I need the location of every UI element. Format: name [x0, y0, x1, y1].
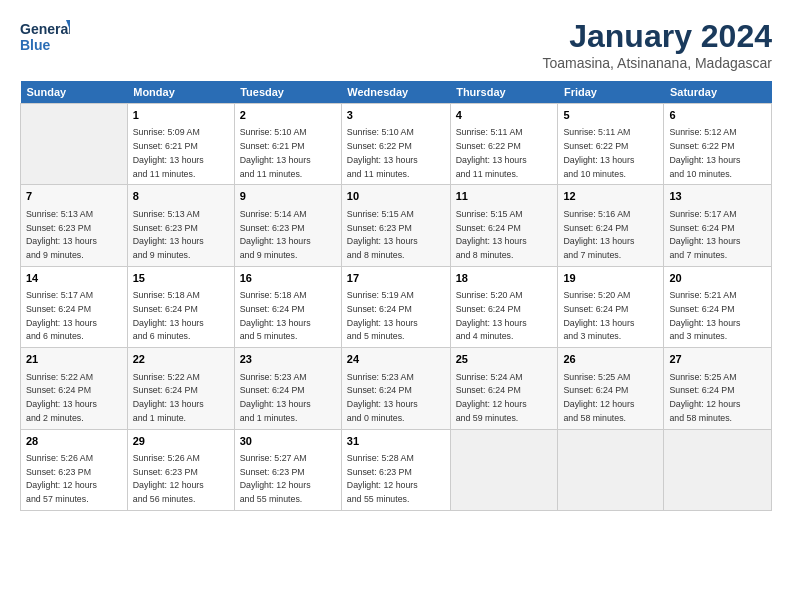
day-cell: 22Sunrise: 5:22 AMSunset: 6:24 PMDayligh…	[127, 348, 234, 429]
day-cell	[664, 429, 772, 510]
col-header-friday: Friday	[558, 81, 664, 104]
day-number: 20	[669, 271, 766, 286]
day-info: Sunrise: 5:17 AMSunset: 6:24 PMDaylight:…	[26, 290, 97, 341]
day-info: Sunrise: 5:10 AMSunset: 6:22 PMDaylight:…	[347, 127, 418, 178]
col-header-wednesday: Wednesday	[341, 81, 450, 104]
day-info: Sunrise: 5:15 AMSunset: 6:23 PMDaylight:…	[347, 209, 418, 260]
day-number: 25	[456, 352, 553, 367]
day-cell: 17Sunrise: 5:19 AMSunset: 6:24 PMDayligh…	[341, 266, 450, 347]
col-header-monday: Monday	[127, 81, 234, 104]
day-info: Sunrise: 5:22 AMSunset: 6:24 PMDaylight:…	[133, 372, 204, 423]
day-cell	[21, 104, 128, 185]
day-cell: 7Sunrise: 5:13 AMSunset: 6:23 PMDaylight…	[21, 185, 128, 266]
day-info: Sunrise: 5:19 AMSunset: 6:24 PMDaylight:…	[347, 290, 418, 341]
day-cell: 19Sunrise: 5:20 AMSunset: 6:24 PMDayligh…	[558, 266, 664, 347]
logo: General Blue	[20, 18, 70, 54]
day-info: Sunrise: 5:10 AMSunset: 6:21 PMDaylight:…	[240, 127, 311, 178]
day-number: 30	[240, 434, 336, 449]
day-number: 14	[26, 271, 122, 286]
col-header-tuesday: Tuesday	[234, 81, 341, 104]
day-cell: 30Sunrise: 5:27 AMSunset: 6:23 PMDayligh…	[234, 429, 341, 510]
day-info: Sunrise: 5:23 AMSunset: 6:24 PMDaylight:…	[240, 372, 311, 423]
day-number: 28	[26, 434, 122, 449]
day-number: 11	[456, 189, 553, 204]
svg-text:Blue: Blue	[20, 37, 51, 53]
logo-svg: General Blue	[20, 18, 70, 54]
calendar-table: SundayMondayTuesdayWednesdayThursdayFrid…	[20, 81, 772, 511]
page-container: General Blue January 2024 Toamasina, Ats…	[0, 0, 792, 521]
day-cell: 4Sunrise: 5:11 AMSunset: 6:22 PMDaylight…	[450, 104, 558, 185]
day-cell: 6Sunrise: 5:12 AMSunset: 6:22 PMDaylight…	[664, 104, 772, 185]
day-number: 7	[26, 189, 122, 204]
day-cell: 15Sunrise: 5:18 AMSunset: 6:24 PMDayligh…	[127, 266, 234, 347]
header-row: General Blue January 2024 Toamasina, Ats…	[20, 18, 772, 71]
day-number: 9	[240, 189, 336, 204]
week-row-3: 14Sunrise: 5:17 AMSunset: 6:24 PMDayligh…	[21, 266, 772, 347]
day-info: Sunrise: 5:18 AMSunset: 6:24 PMDaylight:…	[133, 290, 204, 341]
day-cell: 21Sunrise: 5:22 AMSunset: 6:24 PMDayligh…	[21, 348, 128, 429]
day-number: 18	[456, 271, 553, 286]
day-info: Sunrise: 5:14 AMSunset: 6:23 PMDaylight:…	[240, 209, 311, 260]
day-cell: 25Sunrise: 5:24 AMSunset: 6:24 PMDayligh…	[450, 348, 558, 429]
day-info: Sunrise: 5:26 AMSunset: 6:23 PMDaylight:…	[26, 453, 97, 504]
day-number: 8	[133, 189, 229, 204]
day-cell: 31Sunrise: 5:28 AMSunset: 6:23 PMDayligh…	[341, 429, 450, 510]
day-cell: 3Sunrise: 5:10 AMSunset: 6:22 PMDaylight…	[341, 104, 450, 185]
day-cell: 16Sunrise: 5:18 AMSunset: 6:24 PMDayligh…	[234, 266, 341, 347]
day-number: 23	[240, 352, 336, 367]
day-number: 12	[563, 189, 658, 204]
day-number: 27	[669, 352, 766, 367]
day-info: Sunrise: 5:20 AMSunset: 6:24 PMDaylight:…	[563, 290, 634, 341]
day-info: Sunrise: 5:28 AMSunset: 6:23 PMDaylight:…	[347, 453, 418, 504]
day-number: 16	[240, 271, 336, 286]
day-cell: 10Sunrise: 5:15 AMSunset: 6:23 PMDayligh…	[341, 185, 450, 266]
day-cell: 5Sunrise: 5:11 AMSunset: 6:22 PMDaylight…	[558, 104, 664, 185]
day-number: 17	[347, 271, 445, 286]
day-cell: 26Sunrise: 5:25 AMSunset: 6:24 PMDayligh…	[558, 348, 664, 429]
day-cell: 1Sunrise: 5:09 AMSunset: 6:21 PMDaylight…	[127, 104, 234, 185]
day-cell: 8Sunrise: 5:13 AMSunset: 6:23 PMDaylight…	[127, 185, 234, 266]
day-cell: 24Sunrise: 5:23 AMSunset: 6:24 PMDayligh…	[341, 348, 450, 429]
week-row-2: 7Sunrise: 5:13 AMSunset: 6:23 PMDaylight…	[21, 185, 772, 266]
day-cell: 29Sunrise: 5:26 AMSunset: 6:23 PMDayligh…	[127, 429, 234, 510]
day-info: Sunrise: 5:12 AMSunset: 6:22 PMDaylight:…	[669, 127, 740, 178]
day-info: Sunrise: 5:24 AMSunset: 6:24 PMDaylight:…	[456, 372, 527, 423]
day-number: 24	[347, 352, 445, 367]
day-number: 3	[347, 108, 445, 123]
day-cell	[450, 429, 558, 510]
day-info: Sunrise: 5:26 AMSunset: 6:23 PMDaylight:…	[133, 453, 204, 504]
day-info: Sunrise: 5:11 AMSunset: 6:22 PMDaylight:…	[456, 127, 527, 178]
week-row-5: 28Sunrise: 5:26 AMSunset: 6:23 PMDayligh…	[21, 429, 772, 510]
week-row-4: 21Sunrise: 5:22 AMSunset: 6:24 PMDayligh…	[21, 348, 772, 429]
day-info: Sunrise: 5:13 AMSunset: 6:23 PMDaylight:…	[133, 209, 204, 260]
day-info: Sunrise: 5:13 AMSunset: 6:23 PMDaylight:…	[26, 209, 97, 260]
subtitle: Toamasina, Atsinanana, Madagascar	[542, 55, 772, 71]
day-info: Sunrise: 5:09 AMSunset: 6:21 PMDaylight:…	[133, 127, 204, 178]
col-header-sunday: Sunday	[21, 81, 128, 104]
day-number: 26	[563, 352, 658, 367]
day-cell: 18Sunrise: 5:20 AMSunset: 6:24 PMDayligh…	[450, 266, 558, 347]
day-number: 19	[563, 271, 658, 286]
day-cell: 11Sunrise: 5:15 AMSunset: 6:24 PMDayligh…	[450, 185, 558, 266]
day-cell: 12Sunrise: 5:16 AMSunset: 6:24 PMDayligh…	[558, 185, 664, 266]
day-info: Sunrise: 5:17 AMSunset: 6:24 PMDaylight:…	[669, 209, 740, 260]
day-cell: 23Sunrise: 5:23 AMSunset: 6:24 PMDayligh…	[234, 348, 341, 429]
col-header-saturday: Saturday	[664, 81, 772, 104]
day-info: Sunrise: 5:20 AMSunset: 6:24 PMDaylight:…	[456, 290, 527, 341]
day-number: 29	[133, 434, 229, 449]
col-header-thursday: Thursday	[450, 81, 558, 104]
day-number: 6	[669, 108, 766, 123]
day-number: 4	[456, 108, 553, 123]
day-number: 13	[669, 189, 766, 204]
day-number: 21	[26, 352, 122, 367]
day-cell: 28Sunrise: 5:26 AMSunset: 6:23 PMDayligh…	[21, 429, 128, 510]
day-cell: 27Sunrise: 5:25 AMSunset: 6:24 PMDayligh…	[664, 348, 772, 429]
day-cell: 9Sunrise: 5:14 AMSunset: 6:23 PMDaylight…	[234, 185, 341, 266]
day-info: Sunrise: 5:16 AMSunset: 6:24 PMDaylight:…	[563, 209, 634, 260]
day-info: Sunrise: 5:22 AMSunset: 6:24 PMDaylight:…	[26, 372, 97, 423]
day-info: Sunrise: 5:11 AMSunset: 6:22 PMDaylight:…	[563, 127, 634, 178]
day-info: Sunrise: 5:15 AMSunset: 6:24 PMDaylight:…	[456, 209, 527, 260]
day-info: Sunrise: 5:21 AMSunset: 6:24 PMDaylight:…	[669, 290, 740, 341]
week-row-1: 1Sunrise: 5:09 AMSunset: 6:21 PMDaylight…	[21, 104, 772, 185]
day-cell: 14Sunrise: 5:17 AMSunset: 6:24 PMDayligh…	[21, 266, 128, 347]
